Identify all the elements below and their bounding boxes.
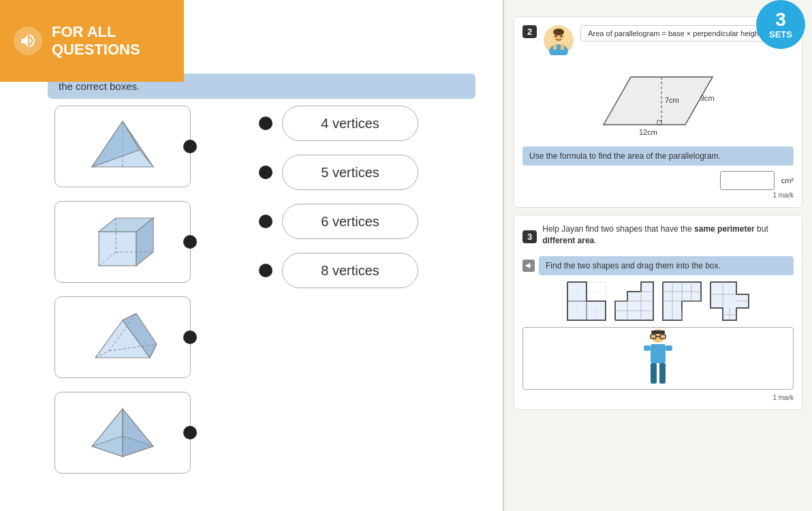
vertex-item-3: 6 vertices [259, 204, 418, 239]
q3-header: 3 Help Jayan find two shapes that have t… [522, 223, 794, 251]
header-banner: FOR ALL QUESTIONS [0, 0, 184, 82]
vertex-item-4: 8 vertices [259, 253, 418, 288]
svg-rect-5 [99, 232, 136, 266]
vertex-dot-2 [259, 166, 272, 179]
q2-instruction-text: Use the formula to find the area of the … [529, 151, 721, 161]
q2-header: 2 Area of parallelogram = base × perpend… [522, 25, 794, 55]
q3-drop-area[interactable] [522, 327, 794, 390]
q2-mark: 1 mark [522, 191, 794, 199]
q3-text: Help Jayan find two shapes that have the… [542, 223, 794, 247]
drag-shape-c[interactable] [661, 281, 702, 322]
svg-rect-70 [644, 345, 651, 351]
sets-number: 3 [775, 10, 786, 29]
svg-point-30 [555, 35, 557, 37]
parallelogram-diagram: 7cm 9cm 12cm [522, 63, 794, 138]
shape-dot-4 [183, 426, 197, 439]
shape-dot-1 [183, 140, 197, 153]
shape-box-1[interactable] [54, 106, 191, 187]
cube-svg [78, 211, 167, 273]
svg-marker-32 [604, 77, 713, 125]
svg-rect-66 [651, 330, 665, 334]
svg-text:7cm: 7cm [665, 96, 679, 104]
svg-rect-69 [659, 363, 666, 384]
shape-box-4[interactable] [54, 392, 191, 474]
vertices-column: 4 vertices 5 vertices 6 vertices 8 verti… [259, 106, 418, 288]
q3-instruction: Find the two shapes and drag them into t… [539, 256, 794, 275]
q3-mark: 1 mark [522, 394, 794, 401]
svg-rect-27 [553, 44, 557, 50]
q3-number-badge: 3 [522, 230, 537, 243]
q2-instruction: Use the formula to find the area of the … [522, 146, 794, 166]
speaker-icon[interactable] [14, 27, 42, 55]
parallelogram-svg: 7cm 9cm 12cm [583, 63, 733, 138]
sq-pyramid-svg [78, 402, 167, 463]
drag-shape-a[interactable] [566, 281, 607, 322]
q3-audio-row: Find the two shapes and drag them into t… [522, 256, 794, 275]
jayan-figure [641, 328, 675, 389]
shape-box-2[interactable] [54, 201, 191, 283]
drag-shape-d[interactable] [709, 281, 750, 322]
shapes-drag-row [522, 281, 794, 322]
svg-rect-71 [666, 345, 672, 351]
svg-text:12cm: 12cm [639, 128, 657, 136]
question-3-section: 3 Help Jayan find two shapes that have t… [514, 215, 802, 410]
vertex-item-1: 4 vertices [259, 106, 418, 141]
shape-box-3[interactable] [54, 296, 191, 378]
svg-point-29 [553, 29, 564, 35]
question-2-section: 2 Area of parallelogram = base × perpend… [514, 16, 802, 208]
q2-avatar [544, 25, 574, 55]
vertex-dot-4 [259, 264, 272, 277]
svg-point-31 [561, 35, 563, 37]
vertex-item-2: 5 vertices [259, 155, 418, 190]
drag-shape-b[interactable] [614, 281, 655, 322]
speaker-svg [19, 32, 37, 50]
sets-label: SETS [769, 29, 792, 40]
svg-text:9cm: 9cm [700, 94, 715, 102]
header-text: FOR ALL QUESTIONS [52, 23, 140, 59]
q2-number-badge: 2 [522, 25, 537, 38]
vertex-label-1[interactable]: 4 vertices [282, 106, 418, 141]
q3-speaker-icon [525, 262, 533, 270]
shape-dot-2 [183, 235, 197, 249]
shape-dot-3 [183, 330, 197, 344]
banner-line1: FOR ALL [52, 23, 140, 41]
q2-unit: cm² [781, 176, 794, 185]
instruction-text: the correct boxes. [59, 80, 140, 92]
right-panel: 3 SETS 2 Area of parallelogram [504, 0, 812, 511]
q2-answer-input[interactable] [720, 171, 775, 190]
formula-text: Area of parallelogram = base × perpendic… [588, 29, 761, 37]
sets-badge: 3 SETS [756, 0, 805, 49]
svg-marker-20 [123, 409, 153, 456]
q3-audio-button[interactable] [522, 260, 535, 272]
q2-answer-row: cm² [522, 171, 794, 190]
shapes-column [54, 106, 191, 474]
vertex-label-4[interactable]: 8 vertices [282, 253, 418, 288]
left-panel: FOR ALL QUESTIONS the correct boxes. [0, 0, 504, 511]
q3-instruction-text: Find the two shapes and drag them into t… [546, 261, 721, 270]
svg-rect-28 [561, 44, 564, 50]
prism-svg [78, 307, 167, 368]
vertex-label-3[interactable]: 6 vertices [282, 204, 418, 239]
svg-rect-67 [651, 344, 666, 363]
vertex-dot-3 [259, 215, 272, 228]
pyramid-4face-svg [78, 116, 167, 177]
vertex-label-2[interactable]: 5 vertices [282, 155, 418, 190]
svg-marker-19 [92, 409, 123, 456]
banner-line2: QUESTIONS [52, 41, 140, 59]
vertex-dot-1 [259, 117, 272, 130]
svg-rect-68 [651, 363, 657, 384]
